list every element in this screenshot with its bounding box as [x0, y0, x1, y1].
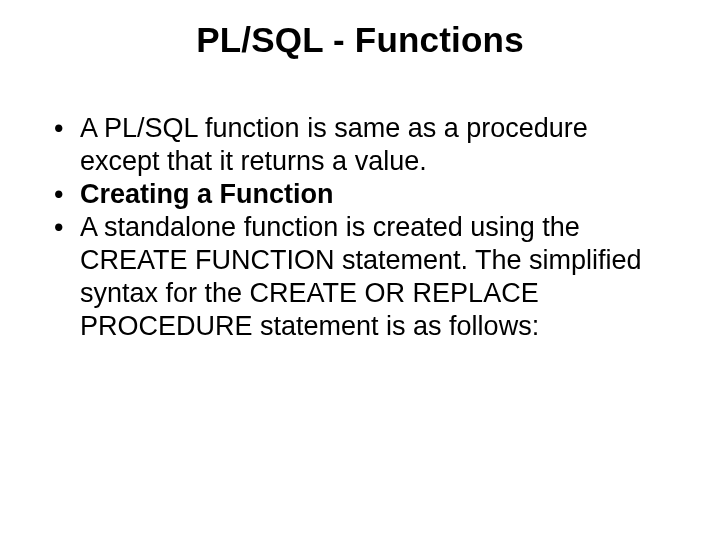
bullet-item: A PL/SQL function is same as a procedure… [52, 112, 668, 178]
bullet-text: A standalone function is created using t… [80, 212, 642, 341]
bullet-item: A standalone function is created using t… [52, 211, 668, 343]
slide-title: PL/SQL - Functions [46, 20, 674, 60]
slide: PL/SQL - Functions A PL/SQL function is … [0, 0, 720, 540]
bullet-item: Creating a Function [52, 178, 668, 211]
bullet-text: Creating a Function [80, 179, 334, 209]
slide-body: A PL/SQL function is same as a procedure… [46, 112, 674, 343]
bullet-text: A PL/SQL function is same as a procedure… [80, 113, 588, 176]
